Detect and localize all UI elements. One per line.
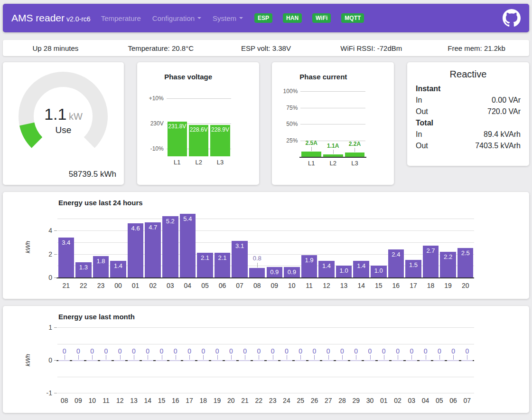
- bar-value-label: 2.1: [215, 254, 231, 261]
- x-tick-label: 14: [353, 282, 370, 289]
- zero-bar: [114, 360, 125, 361]
- nav-item-label: Configuration: [152, 14, 195, 22]
- gridline: [57, 230, 474, 231]
- x-tick-label: 14: [141, 397, 155, 404]
- energy-bar: 2.2: [440, 252, 456, 277]
- y-tick-label: -1: [31, 389, 52, 397]
- label-connector: [384, 355, 384, 360]
- x-tick-label: 13: [335, 282, 353, 289]
- label-connector: [300, 355, 301, 360]
- gauge-value: 1.1: [44, 105, 66, 123]
- gridline: [57, 344, 474, 344]
- reactive-card: Reactive Instant In 0.00 VAr Out 720.0 V…: [407, 62, 529, 166]
- zero-bar: [322, 360, 334, 361]
- zero-bar: [86, 360, 98, 361]
- app-title[interactable]: AMS readerv2.0-rc6: [11, 12, 91, 24]
- x-tick-label: 05: [196, 282, 214, 289]
- bar-value-label: 0.8: [248, 255, 266, 262]
- bar-value-label: 1.5: [405, 261, 421, 268]
- label-connector: [398, 355, 398, 360]
- x-tick-label: 11: [99, 397, 113, 404]
- bar-value-label: 5.2: [162, 218, 178, 225]
- energy-bar: 2.4: [388, 249, 404, 277]
- label-connector: [273, 355, 273, 360]
- gauge-readout: 1.1 kW: [3, 105, 124, 124]
- x-tick-label: 26: [308, 397, 321, 404]
- row-value: 7403.5 kVArh: [475, 141, 521, 151]
- current-bar-l2: [323, 154, 343, 157]
- y-tick-mark: [54, 230, 57, 231]
- energy-bar: 0.9: [267, 267, 283, 277]
- bar-value-label: 1.4: [110, 262, 126, 269]
- label-connector: [467, 355, 467, 360]
- energy-bar: 1.5: [405, 260, 421, 277]
- bar-value-label: 2.2: [440, 253, 456, 260]
- zero-bar: [433, 360, 445, 361]
- bar-value-label: 4.6: [128, 225, 144, 232]
- bar-value-label: 1.1A: [322, 142, 344, 150]
- label-connector: [245, 355, 245, 360]
- x-tick-label: 22: [252, 397, 266, 404]
- x-tick-label: 15: [370, 282, 388, 289]
- bar-value-label: 0: [85, 347, 99, 355]
- bar-value-label: 2.5: [457, 249, 474, 257]
- x-tick-label: 24: [280, 397, 293, 404]
- x-tick-label: 12: [318, 282, 336, 289]
- bar-value-label: 0: [308, 347, 321, 355]
- x-tick-label: L1: [300, 160, 322, 167]
- x-tick-label: 27: [321, 397, 335, 404]
- label-connector: [259, 355, 259, 360]
- zero-bar: [350, 360, 362, 361]
- zero-bar: [406, 360, 417, 361]
- label-connector: [120, 355, 121, 360]
- gridline: [57, 242, 474, 243]
- x-tick-label: 06: [446, 397, 460, 404]
- label-connector: [426, 355, 426, 360]
- x-tick-label: 29: [349, 397, 363, 404]
- reactive-section-heading: Instant: [416, 83, 521, 94]
- gridline: [57, 377, 474, 377]
- x-tick-label: 18: [196, 397, 210, 404]
- energy-bar: 2.7: [423, 246, 439, 277]
- zero-bar: [239, 360, 250, 361]
- badge-esp: ESP: [254, 13, 272, 23]
- energy-bar: 1.4: [318, 261, 335, 277]
- energy-bar: 1.0: [336, 266, 352, 277]
- zero-bar: [295, 360, 306, 361]
- x-tick-label: 18: [422, 282, 439, 289]
- bar-value-label: 0: [405, 347, 419, 355]
- bar-value-label: 0: [168, 347, 182, 355]
- chart-title: Phase voltage: [137, 73, 240, 81]
- zero-bar: [100, 360, 112, 361]
- github-link[interactable]: [503, 9, 521, 27]
- zero-bar: [169, 360, 181, 361]
- x-tick-label: 03: [405, 397, 419, 404]
- y-tick-mark: [54, 360, 57, 361]
- current-bar-l3: [345, 153, 365, 157]
- bar-value-label: 0: [377, 347, 391, 355]
- nav-item-temperature[interactable]: Temperature: [95, 14, 147, 22]
- gridline: [300, 91, 365, 92]
- x-tick-label: L1: [167, 159, 188, 166]
- row-label: In: [416, 129, 422, 139]
- x-tick-label: 01: [127, 282, 144, 289]
- x-tick-label: 19: [439, 282, 457, 289]
- x-tick-label: 03: [162, 282, 179, 289]
- x-tick-label: 22: [75, 282, 93, 289]
- bar-value-label: 0: [113, 347, 127, 355]
- reactive-row: Out 7403.5 kVArh: [416, 140, 521, 151]
- x-tick-label: 16: [387, 282, 405, 289]
- label-connector: [328, 355, 329, 360]
- x-tick-label: 23: [92, 282, 110, 289]
- nav-item-system[interactable]: System: [207, 14, 249, 22]
- row-label: Out: [416, 106, 428, 116]
- voltage-bar-l1: 231.8V: [168, 122, 187, 156]
- energy-24h-card: Energy use last 24 hourskWh024213.4221.3…: [3, 192, 529, 299]
- bar-value-label: 2.4: [388, 251, 404, 258]
- nav-item-configuration[interactable]: Configuration: [147, 14, 207, 22]
- label-connector: [134, 355, 134, 360]
- x-tick-label: 20: [457, 282, 474, 289]
- bar-value-label: 1.4: [353, 262, 369, 269]
- zero-bar: [308, 360, 320, 361]
- reactive-table: Instant In 0.00 VAr Out 720.0 VAr Total …: [407, 83, 529, 151]
